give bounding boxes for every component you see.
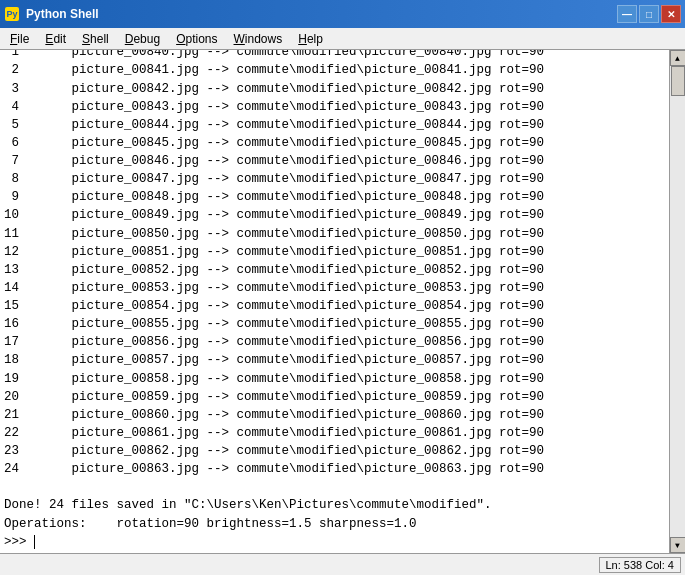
menu-options[interactable]: Options [168,28,225,49]
done-line-1: Done! 24 files saved in "C:\Users\Ken\Pi… [4,496,665,514]
file-line: 19 picture_00858.jpg --> commute\modifie… [4,370,665,388]
file-line: 23 picture_00862.jpg --> commute\modifie… [4,442,665,460]
menu-shell[interactable]: Shell [74,28,117,49]
file-line: 9 picture_00848.jpg --> commute\modified… [4,188,665,206]
scroll-down-button[interactable]: ▼ [670,537,686,553]
menu-bar: File Edit Shell Debug Options Windows He… [0,28,685,50]
file-line: 18 picture_00857.jpg --> commute\modifie… [4,351,665,369]
prompt-line: >>> [4,533,665,551]
file-line: 21 picture_00860.jpg --> commute\modifie… [4,406,665,424]
file-line: 16 picture_00855.jpg --> commute\modifie… [4,315,665,333]
file-line: 20 picture_00859.jpg --> commute\modifie… [4,388,665,406]
file-line: 8 picture_00847.jpg --> commute\modified… [4,170,665,188]
main-area: >>> ================================ RES… [0,50,685,553]
file-line: 11 picture_00850.jpg --> commute\modifie… [4,225,665,243]
title-bar-left: Py Python Shell [4,6,99,22]
menu-debug[interactable]: Debug [117,28,168,49]
file-line: 14 picture_00853.jpg --> commute\modifie… [4,279,665,297]
file-line: 5 picture_00844.jpg --> commute\modified… [4,116,665,134]
minimize-button[interactable]: — [617,5,637,23]
window-title: Python Shell [26,7,99,21]
file-line: 3 picture_00842.jpg --> commute\modified… [4,80,665,98]
empty-line [4,478,665,496]
file-line: 22 picture_00861.jpg --> commute\modifie… [4,424,665,442]
menu-help[interactable]: Help [290,28,331,49]
scroll-up-button[interactable]: ▲ [670,50,686,66]
menu-file[interactable]: File [2,28,37,49]
status-bar: Ln: 538 Col: 4 [0,553,685,575]
file-line: 13 picture_00852.jpg --> commute\modifie… [4,261,665,279]
shell-output[interactable]: >>> ================================ RES… [0,50,669,553]
file-line: 24 picture_00863.jpg --> commute\modifie… [4,460,665,478]
scroll-track[interactable] [670,66,685,537]
file-line: 12 picture_00851.jpg --> commute\modifie… [4,243,665,261]
scroll-thumb[interactable] [671,66,685,96]
done-line-2: Operations: rotation=90 brightness=1.5 s… [4,515,665,533]
file-line: 2 picture_00841.jpg --> commute\modified… [4,61,665,79]
file-line: 17 picture_00856.jpg --> commute\modifie… [4,333,665,351]
ln-col-indicator: Ln: 538 Col: 4 [599,557,682,573]
scrollbar[interactable]: ▲ ▼ [669,50,685,553]
python-icon: Py [4,6,20,22]
file-line: 7 picture_00846.jpg --> commute\modified… [4,152,665,170]
file-line: 4 picture_00843.jpg --> commute\modified… [4,98,665,116]
menu-windows[interactable]: Windows [226,28,291,49]
title-bar: Py Python Shell — □ ✕ [0,0,685,28]
file-line: 6 picture_00845.jpg --> commute\modified… [4,134,665,152]
menu-edit[interactable]: Edit [37,28,74,49]
file-line: 15 picture_00854.jpg --> commute\modifie… [4,297,665,315]
file-line: 10 picture_00849.jpg --> commute\modifie… [4,206,665,224]
file-line: 1 picture_00840.jpg --> commute\modified… [4,50,665,61]
close-button[interactable]: ✕ [661,5,681,23]
maximize-button[interactable]: □ [639,5,659,23]
window-controls: — □ ✕ [617,5,681,23]
